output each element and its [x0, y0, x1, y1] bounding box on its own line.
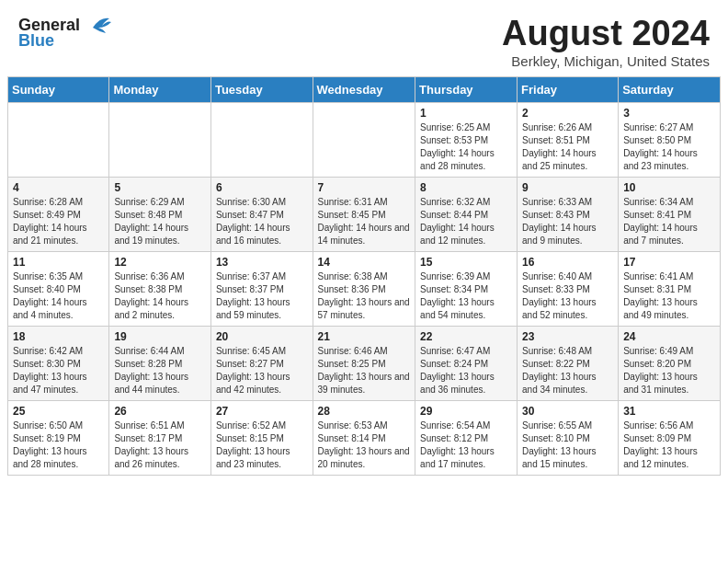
- day-info: Sunrise: 6:46 AM Sunset: 8:25 PM Dayligh…: [318, 345, 411, 396]
- day-number: 14: [318, 256, 411, 269]
- day-number: 22: [420, 330, 512, 343]
- calendar-cell: 17Sunrise: 6:41 AM Sunset: 8:31 PM Dayli…: [619, 251, 721, 326]
- day-number: 23: [522, 330, 613, 343]
- day-number: 10: [623, 181, 715, 194]
- calendar-cell: [109, 102, 211, 177]
- calendar-cell: 13Sunrise: 6:37 AM Sunset: 8:37 PM Dayli…: [210, 251, 313, 326]
- day-info: Sunrise: 6:33 AM Sunset: 8:43 PM Dayligh…: [522, 196, 613, 247]
- day-info: Sunrise: 6:32 AM Sunset: 8:44 PM Dayligh…: [420, 196, 512, 247]
- day-info: Sunrise: 6:50 AM Sunset: 8:19 PM Dayligh…: [13, 419, 104, 471]
- day-info: Sunrise: 6:27 AM Sunset: 8:50 PM Dayligh…: [623, 121, 715, 173]
- day-info: Sunrise: 6:45 AM Sunset: 8:27 PM Dayligh…: [216, 345, 308, 396]
- day-info: Sunrise: 6:51 AM Sunset: 8:17 PM Dayligh…: [114, 419, 206, 471]
- day-number: 13: [216, 256, 308, 269]
- day-number: 28: [318, 405, 411, 418]
- day-number: 17: [623, 256, 715, 269]
- weekday-header-row: SundayMondayTuesdayWednesdayThursdayFrid…: [8, 76, 721, 102]
- calendar-cell: 5Sunrise: 6:29 AM Sunset: 8:48 PM Daylig…: [109, 177, 211, 251]
- calendar-cell: 23Sunrise: 6:48 AM Sunset: 8:22 PM Dayli…: [518, 326, 619, 400]
- day-info: Sunrise: 6:39 AM Sunset: 8:34 PM Dayligh…: [420, 270, 512, 322]
- day-info: Sunrise: 6:34 AM Sunset: 8:41 PM Dayligh…: [623, 196, 715, 247]
- day-number: 25: [13, 405, 104, 418]
- day-number: 24: [623, 330, 715, 343]
- weekday-header-thursday: Thursday: [415, 76, 518, 102]
- weekday-header-sunday: Sunday: [8, 76, 109, 102]
- day-number: 4: [13, 181, 104, 194]
- calendar-week-row: 4Sunrise: 6:28 AM Sunset: 8:49 PM Daylig…: [8, 177, 721, 251]
- calendar-title-block: August 2024 Berkley, Michigan, United St…: [502, 15, 710, 69]
- calendar-cell: 27Sunrise: 6:52 AM Sunset: 8:15 PM Dayli…: [210, 400, 313, 475]
- calendar-cell: [210, 102, 313, 177]
- calendar-cell: 8Sunrise: 6:32 AM Sunset: 8:44 PM Daylig…: [415, 177, 518, 251]
- day-info: Sunrise: 6:36 AM Sunset: 8:38 PM Dayligh…: [114, 270, 206, 322]
- calendar-week-row: 11Sunrise: 6:35 AM Sunset: 8:40 PM Dayli…: [8, 251, 721, 326]
- day-number: 12: [114, 256, 206, 269]
- logo: General Blue: [18, 15, 111, 51]
- calendar-cell: 2Sunrise: 6:26 AM Sunset: 8:51 PM Daylig…: [518, 102, 619, 177]
- day-number: 11: [13, 256, 104, 269]
- calendar-cell: 10Sunrise: 6:34 AM Sunset: 8:41 PM Dayli…: [619, 177, 721, 251]
- calendar-cell: 18Sunrise: 6:42 AM Sunset: 8:30 PM Dayli…: [8, 326, 109, 400]
- day-info: Sunrise: 6:38 AM Sunset: 8:36 PM Dayligh…: [318, 270, 411, 322]
- day-info: Sunrise: 6:49 AM Sunset: 8:20 PM Dayligh…: [623, 345, 715, 396]
- day-number: 30: [522, 405, 613, 418]
- day-number: 3: [623, 107, 715, 120]
- calendar-cell: 21Sunrise: 6:46 AM Sunset: 8:25 PM Dayli…: [313, 326, 415, 400]
- calendar-cell: 31Sunrise: 6:56 AM Sunset: 8:09 PM Dayli…: [619, 400, 721, 475]
- day-number: 16: [522, 256, 613, 269]
- day-info: Sunrise: 6:31 AM Sunset: 8:45 PM Dayligh…: [318, 196, 411, 247]
- calendar-cell: 20Sunrise: 6:45 AM Sunset: 8:27 PM Dayli…: [210, 326, 313, 400]
- calendar-cell: 3Sunrise: 6:27 AM Sunset: 8:50 PM Daylig…: [619, 102, 721, 177]
- day-number: 31: [623, 405, 715, 418]
- day-info: Sunrise: 6:52 AM Sunset: 8:15 PM Dayligh…: [216, 419, 308, 471]
- day-info: Sunrise: 6:37 AM Sunset: 8:37 PM Dayligh…: [216, 270, 308, 322]
- calendar-header: SundayMondayTuesdayWednesdayThursdayFrid…: [8, 76, 721, 102]
- day-info: Sunrise: 6:53 AM Sunset: 8:14 PM Dayligh…: [318, 419, 411, 471]
- day-info: Sunrise: 6:25 AM Sunset: 8:53 PM Dayligh…: [420, 121, 512, 173]
- day-number: 8: [420, 181, 512, 194]
- day-info: Sunrise: 6:29 AM Sunset: 8:48 PM Dayligh…: [114, 196, 206, 247]
- calendar-cell: 26Sunrise: 6:51 AM Sunset: 8:17 PM Dayli…: [109, 400, 211, 475]
- page-header: General Blue August 2024 Berkley, Michig…: [0, 0, 728, 76]
- calendar-cell: 19Sunrise: 6:44 AM Sunset: 8:28 PM Dayli…: [109, 326, 211, 400]
- calendar-cell: 7Sunrise: 6:31 AM Sunset: 8:45 PM Daylig…: [313, 177, 415, 251]
- day-number: 19: [114, 330, 206, 343]
- day-number: 29: [420, 405, 512, 418]
- calendar-cell: [8, 102, 109, 177]
- day-number: 2: [522, 107, 613, 120]
- day-number: 20: [216, 330, 308, 343]
- calendar-cell: 15Sunrise: 6:39 AM Sunset: 8:34 PM Dayli…: [415, 251, 518, 326]
- calendar-subtitle: Berkley, Michigan, United States: [502, 53, 710, 69]
- calendar-cell: 22Sunrise: 6:47 AM Sunset: 8:24 PM Dayli…: [415, 326, 518, 400]
- weekday-header-saturday: Saturday: [619, 76, 721, 102]
- calendar-week-row: 1Sunrise: 6:25 AM Sunset: 8:53 PM Daylig…: [8, 102, 721, 177]
- calendar-cell: [313, 102, 415, 177]
- calendar-week-row: 25Sunrise: 6:50 AM Sunset: 8:19 PM Dayli…: [8, 400, 721, 475]
- day-info: Sunrise: 6:26 AM Sunset: 8:51 PM Dayligh…: [522, 121, 613, 173]
- weekday-header-tuesday: Tuesday: [210, 76, 313, 102]
- calendar-cell: 16Sunrise: 6:40 AM Sunset: 8:33 PM Dayli…: [518, 251, 619, 326]
- calendar-cell: 11Sunrise: 6:35 AM Sunset: 8:40 PM Dayli…: [8, 251, 109, 326]
- day-info: Sunrise: 6:30 AM Sunset: 8:47 PM Dayligh…: [216, 196, 308, 247]
- calendar-table: SundayMondayTuesdayWednesdayThursdayFrid…: [7, 76, 721, 476]
- day-number: 5: [114, 181, 206, 194]
- calendar-cell: 14Sunrise: 6:38 AM Sunset: 8:36 PM Dayli…: [313, 251, 415, 326]
- calendar-cell: 6Sunrise: 6:30 AM Sunset: 8:47 PM Daylig…: [210, 177, 313, 251]
- calendar-cell: 24Sunrise: 6:49 AM Sunset: 8:20 PM Dayli…: [619, 326, 721, 400]
- day-number: 7: [318, 181, 411, 194]
- day-info: Sunrise: 6:28 AM Sunset: 8:49 PM Dayligh…: [13, 196, 104, 247]
- day-info: Sunrise: 6:35 AM Sunset: 8:40 PM Dayligh…: [13, 270, 104, 322]
- calendar-week-row: 18Sunrise: 6:42 AM Sunset: 8:30 PM Dayli…: [8, 326, 721, 400]
- day-info: Sunrise: 6:44 AM Sunset: 8:28 PM Dayligh…: [114, 345, 206, 396]
- weekday-header-friday: Friday: [518, 76, 619, 102]
- day-info: Sunrise: 6:54 AM Sunset: 8:12 PM Dayligh…: [420, 419, 512, 471]
- calendar-body: 1Sunrise: 6:25 AM Sunset: 8:53 PM Daylig…: [8, 102, 721, 475]
- day-number: 26: [114, 405, 206, 418]
- day-number: 27: [216, 405, 308, 418]
- day-info: Sunrise: 6:48 AM Sunset: 8:22 PM Dayligh…: [522, 345, 613, 396]
- day-number: 21: [318, 330, 411, 343]
- day-info: Sunrise: 6:55 AM Sunset: 8:10 PM Dayligh…: [522, 419, 613, 471]
- day-number: 6: [216, 181, 308, 194]
- weekday-header-wednesday: Wednesday: [313, 76, 415, 102]
- weekday-header-monday: Monday: [109, 76, 211, 102]
